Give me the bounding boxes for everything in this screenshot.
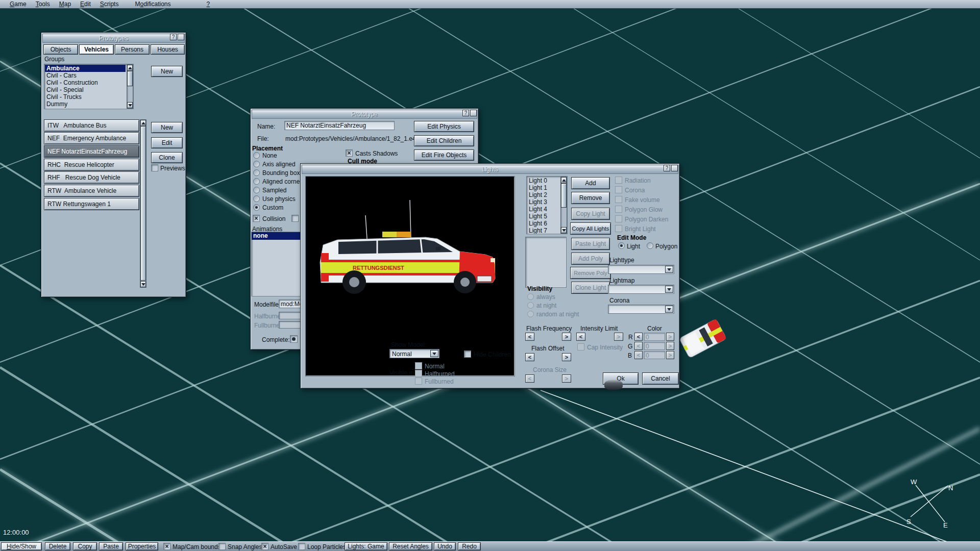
copy-light-button[interactable]: Copy Light [571,208,610,220]
prototypes-titlebar[interactable]: Prototypes [42,34,185,43]
edit-fire-objects-button[interactable]: Edit Fire Objects [414,149,474,161]
group-row[interactable]: Civil - Construction [45,79,126,86]
tab-vehicles[interactable]: Vehicles [79,44,114,55]
placement-radio-axis-aligned[interactable] [253,161,260,167]
group-row[interactable]: Civil - Special [45,86,126,93]
cancel-button[interactable]: Cancel [642,372,679,385]
groups-scrollbar[interactable] [127,64,133,109]
placement-radio-bounding-box[interactable] [253,169,260,176]
reset-angles-button[interactable]: Reset Angles [389,542,432,550]
vehicle-item[interactable]: RTW Ambulance Vehicle [44,185,139,197]
group-row[interactable]: Civil - Cars [45,72,126,79]
copy-all-lights-button[interactable]: Copy All Lights [570,222,611,235]
help-icon[interactable]: ? [664,165,670,171]
group-row[interactable]: Dummy [45,101,126,108]
window-box-icon[interactable] [178,34,184,40]
new-group-button[interactable]: New [151,66,183,77]
vehicle-item-selected[interactable]: NEF NotarztEinsatzFahrzeug [44,145,139,158]
cap-intensity-checkbox[interactable] [577,343,584,350]
light-row[interactable]: Light 7 [527,227,559,234]
lightmap-dropdown[interactable] [608,285,674,294]
lights-scrollbar[interactable] [560,177,567,234]
redo-button[interactable]: Redo [458,542,481,550]
tab-houses[interactable]: Houses [151,44,185,55]
collision-extra-checkbox[interactable] [291,215,299,222]
intensity-limit-increment[interactable]: > [614,333,623,341]
edit-mode-radio-light[interactable] [618,242,625,249]
scroll-down-button[interactable] [127,102,133,108]
copy-button[interactable]: Copy [73,542,97,550]
dropdown-button[interactable] [665,266,673,273]
edit-vehicle-button[interactable]: Edit [151,137,183,148]
visibility-radio-random[interactable] [527,311,534,317]
scroll-thumb[interactable] [561,183,567,208]
placement-radio-use-physics[interactable] [253,195,260,202]
window-box-icon[interactable] [470,110,477,116]
visibility-radio-always[interactable] [527,293,534,300]
menu-item-help[interactable]: ? [202,1,215,8]
menu-item-game[interactable]: Game [5,1,31,8]
loop-particles-checkbox[interactable] [298,543,305,550]
color-r-decrement[interactable]: < [634,333,643,341]
polygon-darken-checkbox[interactable] [615,215,622,222]
visibility-radio-at-night[interactable] [527,302,534,309]
paste-button[interactable]: Paste [99,542,123,550]
fake-volume-checkbox[interactable] [615,196,622,203]
hide-show-button[interactable]: Hide/Show [1,542,42,550]
edit-children-button[interactable]: Edit Children [414,135,474,146]
show-model-dropdown[interactable]: Normal [389,349,439,358]
intensity-limit-decrement[interactable]: < [576,333,585,341]
clone-light-button[interactable]: Clone Light [571,282,610,294]
flash-offset-decrement[interactable]: < [525,353,534,361]
color-r-increment[interactable]: > [666,333,674,341]
add-poly-button[interactable]: Add Poly [571,253,610,265]
menu-item-map[interactable]: Map [55,1,76,8]
light-row[interactable]: Light 4 [527,206,559,213]
delete-button[interactable]: Delete [45,542,70,550]
light-row[interactable]: Light 0 [527,177,559,184]
autosave-checkbox[interactable]: × [261,543,268,550]
placement-radio-none[interactable] [253,152,260,159]
snap-angles-checkbox[interactable] [218,543,226,550]
corona-dropdown[interactable] [608,305,674,314]
remove-light-button[interactable]: Remove [571,192,610,204]
remove-poly-button[interactable]: Remove Poly [570,267,611,279]
edit-mode-radio-polygon[interactable] [647,242,653,249]
color-g-increment[interactable]: > [666,342,674,350]
scroll-down-button[interactable] [561,227,567,233]
polygon-glow-checkbox[interactable] [615,206,622,213]
vehicle-item[interactable]: RHC Rescue Helicopter [44,159,139,171]
dropdown-button[interactable] [665,286,673,293]
vehicle-item[interactable]: ITW Ambulance Bus [44,119,139,132]
light-row[interactable]: Light 5 [527,213,559,220]
corona-size-decrement[interactable]: < [525,374,534,383]
tab-persons[interactable]: Persons [115,44,150,55]
color-b-increment[interactable]: > [666,351,674,359]
vehicle-item[interactable]: RTW Rettungswagen 1 [44,198,139,210]
name-input[interactable] [284,121,395,130]
map-vehicle-sprite[interactable] [673,312,734,368]
scroll-thumb[interactable] [127,71,133,86]
lighttype-dropdown[interactable] [608,265,674,274]
lights-titlebar[interactable]: Lights [302,165,678,174]
flash-frequency-decrement[interactable]: < [525,333,534,341]
light-row[interactable]: Light 3 [527,198,559,206]
light-row[interactable]: Light 2 [527,191,559,198]
vehicle-item[interactable]: RHF Rescue Dog Vehicle [44,171,139,184]
edit-physics-button[interactable]: Edit Physics [414,121,474,132]
dropdown-button[interactable] [430,350,438,357]
light-row[interactable]: Light 6 [527,220,559,227]
previews-checkbox[interactable] [151,164,158,171]
properties-button[interactable]: Properties [126,542,158,550]
light-row[interactable]: Light 1 [527,184,559,191]
radiation-checkbox[interactable] [615,177,622,184]
visible-in-normal-checkbox[interactable] [415,362,422,369]
menu-item-modifications[interactable]: Modifications [130,1,175,8]
menu-item-tools[interactable]: Tools [31,1,55,8]
visible-in-halfburned-checkbox[interactable] [415,370,422,377]
vehicle-item[interactable]: NEF Emergency Ambulance [44,132,139,144]
map-cam-bounds-checkbox[interactable]: × [163,543,170,550]
hide-children-checkbox[interactable] [464,350,471,358]
vehicles-scrollbar[interactable] [140,119,146,288]
clone-vehicle-button[interactable]: Clone [151,152,183,163]
